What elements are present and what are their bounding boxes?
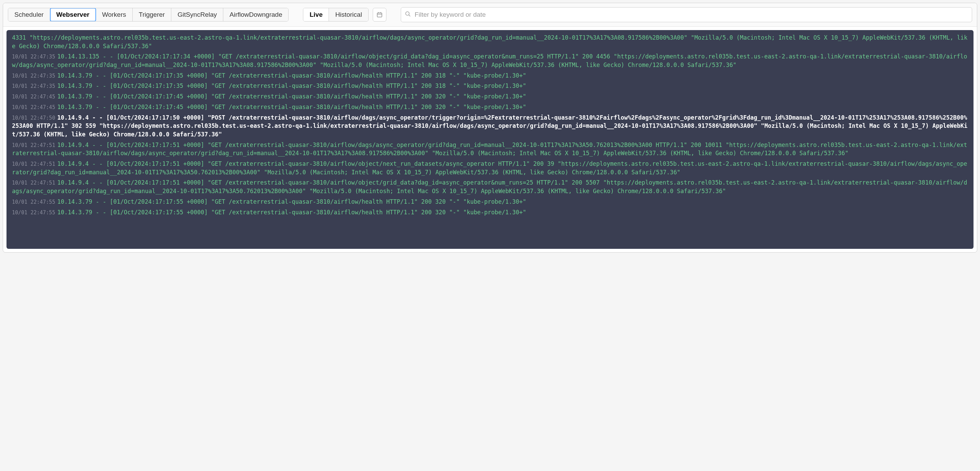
- log-text: 4331 "https://deployments.astro.rel035b.…: [12, 34, 967, 49]
- mode-historical[interactable]: Historical: [329, 8, 368, 21]
- log-timestamp: 10/01 22:47:45: [12, 94, 55, 100]
- log-timestamp: 10/01 22:47:51: [12, 180, 55, 186]
- mode-live[interactable]: Live: [303, 8, 329, 21]
- log-text: 10.14.3.79 - - [01/Oct/2024:17:17:55 +00…: [57, 198, 526, 205]
- log-text: 10.14.3.79 - - [01/Oct/2024:17:17:35 +00…: [57, 72, 526, 79]
- calendar-icon: [377, 12, 383, 18]
- log-line: 10/01 22:47:5110.14.9.4 - - [01/Oct/2024…: [12, 141, 968, 157]
- log-timestamp: 10/01 22:47:35: [12, 73, 55, 79]
- log-line: 10/01 22:47:4510.14.3.79 - - [01/Oct/202…: [12, 103, 968, 111]
- log-text: 10.14.9.4 - - [01/Oct/2024:17:17:50 +000…: [12, 114, 967, 138]
- log-line: 10/01 22:47:3510.14.3.79 - - [01/Oct/202…: [12, 82, 968, 90]
- mode-group: LiveHistorical: [303, 8, 368, 22]
- log-text: 10.14.13.135 - - [01/Oct/2024:17:17:34 +…: [12, 53, 967, 68]
- log-line: 10/01 22:47:5110.14.9.4 - - [01/Oct/2024…: [12, 178, 968, 195]
- log-timestamp: 10/01 22:47:35: [12, 83, 55, 89]
- toolbar: SchedulerWebserverWorkersTriggererGitSyn…: [3, 3, 977, 27]
- log-line: 10/01 22:47:5510.14.3.79 - - [01/Oct/202…: [12, 198, 968, 206]
- calendar-button[interactable]: [373, 8, 387, 22]
- log-line: 4331 "https://deployments.astro.rel035b.…: [12, 33, 968, 50]
- log-timestamp: 10/01 22:47:50: [12, 115, 55, 121]
- log-text: 10.14.3.79 - - [01/Oct/2024:17:17:55 +00…: [57, 209, 526, 216]
- tab-webserver[interactable]: Webserver: [50, 8, 96, 21]
- filter-input[interactable]: [401, 7, 972, 22]
- svg-line-5: [409, 15, 410, 16]
- log-text: 10.14.9.4 - - [01/Oct/2024:17:17:51 +000…: [12, 179, 967, 195]
- source-tab-group: SchedulerWebserverWorkersTriggererGitSyn…: [8, 8, 289, 22]
- tab-airflowdowngrade[interactable]: AirflowDowngrade: [223, 8, 288, 21]
- svg-point-4: [406, 12, 409, 15]
- log-timestamp: 10/01 22:47:55: [12, 209, 55, 216]
- svg-rect-0: [377, 13, 382, 17]
- log-text: 10.14.9.4 - - [01/Oct/2024:17:17:51 +000…: [12, 160, 967, 176]
- log-text: 10.14.9.4 - - [01/Oct/2024:17:17:51 +000…: [12, 141, 967, 157]
- log-viewer-panel: SchedulerWebserverWorkersTriggererGitSyn…: [3, 3, 977, 252]
- log-timestamp: 10/01 22:47:35: [12, 54, 55, 60]
- log-line: 10/01 22:47:5510.14.3.79 - - [01/Oct/202…: [12, 208, 968, 217]
- log-timestamp: 10/01 22:47:51: [12, 142, 55, 148]
- log-timestamp: 10/01 22:47:45: [12, 104, 55, 110]
- tab-scheduler[interactable]: Scheduler: [8, 8, 50, 21]
- log-line: 10/01 22:47:3510.14.13.135 - - [01/Oct/2…: [12, 52, 968, 69]
- log-line: 10/01 22:47:5110.14.9.4 - - [01/Oct/2024…: [12, 160, 968, 176]
- log-text: 10.14.3.79 - - [01/Oct/2024:17:17:45 +00…: [57, 93, 526, 100]
- log-text: 10.14.3.79 - - [01/Oct/2024:17:17:35 +00…: [57, 82, 526, 89]
- tab-triggerer[interactable]: Triggerer: [133, 8, 171, 21]
- tab-gitsyncrelay[interactable]: GitSyncRelay: [171, 8, 223, 21]
- search-icon: [405, 11, 411, 19]
- log-line: 10/01 22:47:3510.14.3.79 - - [01/Oct/202…: [12, 71, 968, 80]
- log-text: 10.14.3.79 - - [01/Oct/2024:17:17:45 +00…: [57, 103, 526, 110]
- log-timestamp: 10/01 22:47:51: [12, 161, 55, 167]
- log-line: 10/01 22:47:4510.14.3.79 - - [01/Oct/202…: [12, 92, 968, 101]
- log-timestamp: 10/01 22:47:55: [12, 199, 55, 205]
- search-wrap: [401, 7, 972, 22]
- tab-workers[interactable]: Workers: [96, 8, 132, 21]
- log-line: 10/01 22:47:5010.14.9.4 - - [01/Oct/2024…: [12, 114, 968, 139]
- log-output[interactable]: 4331 "https://deployments.astro.rel035b.…: [6, 30, 974, 249]
